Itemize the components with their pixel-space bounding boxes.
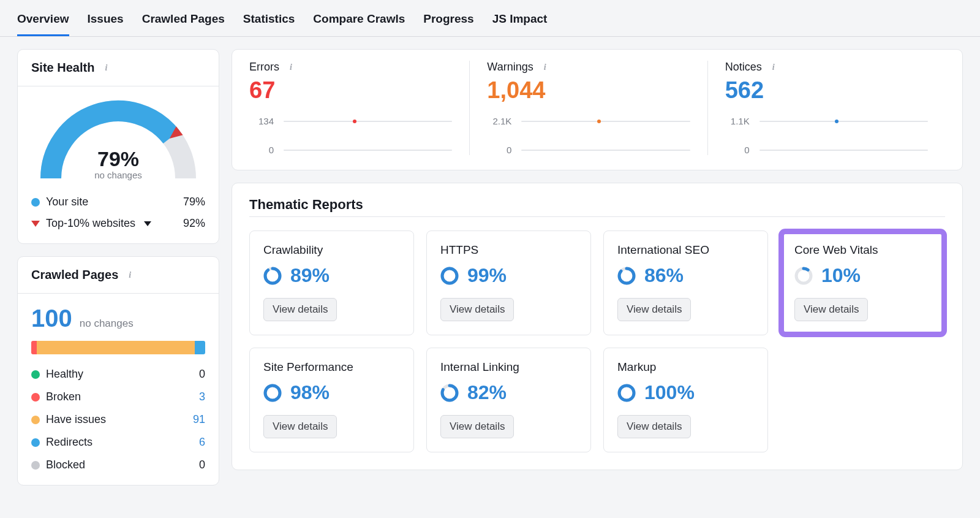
site-health-title: Site Health	[31, 61, 94, 75]
report-name: Internal Linking	[440, 360, 577, 374]
report-name: Crawlability	[263, 243, 400, 257]
view-details-button[interactable]: View details	[440, 415, 514, 438]
crawled-pages-card: Crawled Pages i 100 no changes Healthy 0…	[17, 256, 219, 486]
site-health-card: Site Health i 79% no changes	[17, 49, 219, 244]
crawled-row-value: 3	[183, 390, 205, 403]
summary-errors[interactable]: Errors i 67 134 0	[249, 61, 469, 155]
svg-point-2	[265, 269, 280, 283]
crawled-row-label: Blocked	[46, 459, 85, 471]
crawled-row-label: Redirects	[46, 436, 92, 449]
donut-icon	[617, 267, 636, 285]
tab-progress[interactable]: Progress	[423, 6, 473, 36]
report-card-international-seo: International SEO 86% View details	[603, 230, 768, 335]
info-icon[interactable]: i	[285, 62, 296, 73]
crawled-breakdown-list: Healthy 0 Broken 3 Have issues 91 Redire…	[31, 368, 205, 471]
crawled-row-label: Have issues	[46, 413, 106, 426]
summary-notices[interactable]: Notices i 562 1.1K 0	[707, 61, 945, 155]
tab-overview[interactable]: Overview	[17, 6, 69, 36]
info-icon[interactable]: i	[540, 62, 551, 73]
report-percent: 10%	[821, 264, 861, 287]
site-health-gauge: 79% no changes	[31, 94, 205, 187]
crawled-row-value: 0	[183, 368, 205, 381]
donut-icon	[440, 267, 459, 285]
dot-icon	[31, 461, 40, 470]
report-card-site-performance: Site Performance 98% View details	[249, 348, 414, 452]
bar-segment	[37, 341, 195, 354]
crawled-row-label: Healthy	[46, 368, 83, 381]
tabs-bar: OverviewIssuesCrawled PagesStatisticsCom…	[0, 0, 980, 37]
view-details-button[interactable]: View details	[440, 298, 514, 321]
bar-segment	[31, 341, 37, 354]
donut-icon	[263, 384, 282, 402]
info-icon[interactable]: i	[768, 62, 779, 73]
svg-point-6	[619, 269, 634, 283]
view-details-button[interactable]: View details	[794, 298, 868, 321]
crawled-total[interactable]: 100	[31, 305, 72, 332]
info-icon[interactable]: i	[124, 270, 135, 281]
summary-value: 1,044	[487, 77, 690, 104]
spark-line	[284, 150, 452, 151]
spark-min-label: 0	[725, 145, 750, 155]
crawled-row-broken[interactable]: Broken 3	[31, 390, 205, 403]
main-layout: Site Health i 79% no changes	[0, 37, 980, 498]
summary-label: Notices	[725, 61, 762, 74]
spark-line	[521, 121, 690, 122]
crawled-row-value: 0	[183, 459, 205, 471]
spark-line	[760, 150, 928, 151]
svg-point-4	[442, 269, 457, 283]
sidebar: Site Health i 79% no changes	[17, 49, 219, 486]
tab-issues[interactable]: Issues	[88, 6, 124, 36]
svg-point-10	[265, 386, 280, 400]
svg-point-14	[619, 386, 634, 400]
summary-label: Errors	[249, 61, 279, 74]
summary-value: 562	[725, 77, 928, 104]
view-details-button[interactable]: View details	[617, 298, 691, 321]
your-site-label: Your site	[46, 196, 88, 208]
spark-line	[760, 121, 928, 122]
report-name: HTTPS	[440, 243, 577, 257]
donut-icon	[263, 267, 282, 285]
view-details-button[interactable]: View details	[263, 415, 337, 438]
gauge-subtitle: no changes	[94, 170, 142, 180]
legend-your-site: Your site 79%	[31, 196, 205, 208]
crawled-pages-title: Crawled Pages	[31, 268, 118, 282]
spark-max-label: 2.1K	[487, 116, 511, 126]
crawled-row-healthy[interactable]: Healthy 0	[31, 368, 205, 381]
tab-crawled-pages[interactable]: Crawled Pages	[142, 6, 225, 36]
spark-line	[521, 150, 690, 151]
crawled-subtitle: no changes	[80, 318, 134, 330]
crawled-row-value: 91	[183, 413, 205, 426]
report-percent: 99%	[467, 264, 507, 287]
crawled-row-blocked[interactable]: Blocked 0	[31, 459, 205, 471]
spark-min-label: 0	[249, 145, 274, 155]
report-grid: Crawlability 89% View details HTTPS 99% …	[249, 230, 945, 452]
summary-value: 67	[249, 77, 452, 104]
summary-warnings[interactable]: Warnings i 1,044 2.1K 0	[469, 61, 707, 155]
spark-min-label: 0	[487, 145, 511, 155]
crawled-row-redirects[interactable]: Redirects 6	[31, 436, 205, 449]
report-name: International SEO	[617, 243, 754, 257]
donut-icon	[794, 267, 813, 285]
dot-icon	[31, 416, 40, 424]
thematic-card: Thematic Reports Crawlability 89% View d…	[232, 183, 963, 470]
dot-icon	[31, 370, 40, 379]
spark-max-label: 1.1K	[725, 116, 750, 126]
bar-segment	[195, 341, 205, 354]
tab-statistics[interactable]: Statistics	[243, 6, 295, 36]
view-details-button[interactable]: View details	[617, 415, 691, 438]
donut-icon	[440, 384, 459, 402]
view-details-button[interactable]: View details	[263, 298, 337, 321]
report-card-markup: Markup 100% View details	[603, 348, 768, 452]
crawled-row-have-issues[interactable]: Have issues 91	[31, 413, 205, 426]
info-icon[interactable]: i	[100, 63, 111, 74]
legend-top10[interactable]: Top-10% websites 92%	[31, 217, 205, 230]
report-card-crawlability: Crawlability 89% View details	[249, 230, 414, 335]
tab-compare-crawls[interactable]: Compare Crawls	[313, 6, 405, 36]
report-percent: 86%	[644, 264, 684, 287]
report-percent: 100%	[644, 381, 695, 404]
gauge-percent: 79%	[97, 147, 139, 170]
report-percent: 89%	[290, 264, 330, 287]
tab-js-impact[interactable]: JS Impact	[492, 6, 548, 36]
crawled-row-label: Broken	[46, 390, 81, 403]
report-percent: 98%	[290, 381, 330, 404]
